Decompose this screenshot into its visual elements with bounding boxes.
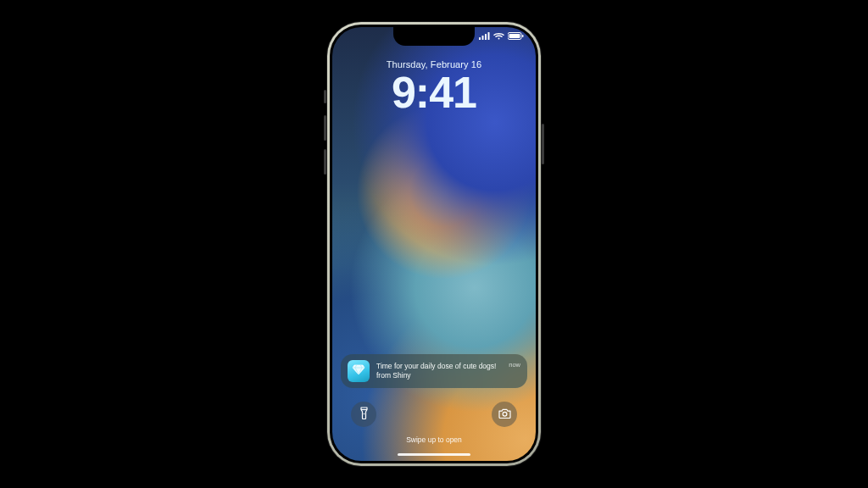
svg-point-9	[363, 413, 364, 414]
svg-rect-0	[479, 37, 481, 40]
svg-rect-2	[485, 34, 487, 40]
svg-rect-6	[509, 34, 520, 38]
flashlight-button[interactable]	[351, 402, 376, 427]
diamond-icon	[352, 363, 365, 380]
notch	[393, 27, 475, 46]
lock-datetime: Thursday, February 16 9:41	[332, 59, 536, 114]
svg-rect-7	[522, 35, 524, 37]
home-indicator[interactable]	[398, 453, 470, 457]
svg-point-4	[498, 38, 500, 40]
camera-button[interactable]	[492, 402, 517, 427]
phone-bezel: Thursday, February 16 9:41 Time for your…	[330, 25, 538, 463]
volume-down-button[interactable]	[324, 149, 326, 175]
volume-up-button[interactable]	[324, 115, 326, 141]
power-button[interactable]	[542, 124, 544, 164]
notification-text: Time for your daily dose of cute dogs! f…	[376, 362, 502, 380]
mute-switch[interactable]	[324, 90, 326, 103]
camera-icon	[498, 407, 511, 422]
notification-timestamp: now	[509, 360, 520, 369]
svg-rect-1	[482, 36, 484, 40]
notification-card[interactable]: Time for your daily dose of cute dogs! f…	[341, 354, 527, 388]
lock-time: 9:41	[332, 70, 536, 114]
wifi-icon	[493, 32, 504, 40]
status-bar	[479, 32, 524, 40]
svg-rect-3	[488, 32, 490, 40]
phone-frame: Thursday, February 16 9:41 Time for your…	[327, 22, 541, 466]
svg-point-10	[503, 412, 507, 416]
flashlight-icon	[359, 407, 370, 423]
swipe-hint: Swipe up to open	[332, 435, 536, 444]
lock-screen[interactable]: Thursday, February 16 9:41 Time for your…	[332, 27, 536, 461]
notification-subtitle: from Shiny	[376, 371, 502, 380]
notification-title: Time for your daily dose of cute dogs!	[376, 362, 502, 371]
signal-icon	[479, 32, 490, 40]
notification-app-icon	[348, 360, 370, 382]
battery-icon	[508, 32, 524, 40]
